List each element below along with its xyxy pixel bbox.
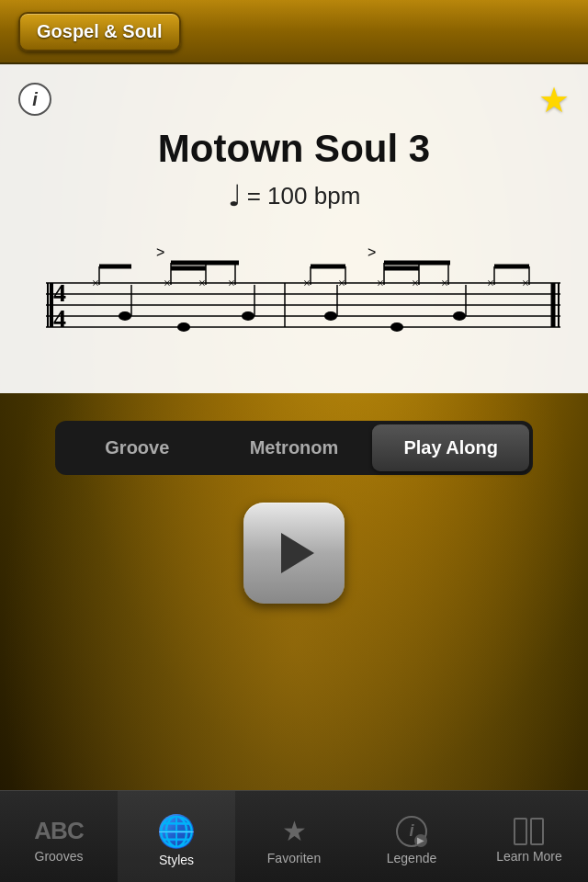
svg-text:×: × — [198, 277, 206, 290]
tab-metronom[interactable]: Metronom — [216, 424, 373, 471]
svg-point-43 — [390, 322, 403, 332]
globe-icon — [159, 814, 194, 849]
svg-text:×: × — [164, 277, 171, 290]
svg-text:×: × — [303, 277, 311, 290]
main-content: i ★ Motown Soul 3 ♩ = 100 bpm 4 4 — [0, 64, 588, 790]
svg-text:×: × — [487, 277, 494, 290]
svg-point-23 — [177, 322, 190, 332]
segment-tabs: Groove Metronom Play Along — [55, 421, 533, 475]
tab-item-legende[interactable]: i ▶ Legende — [353, 791, 470, 882]
svg-text:×: × — [522, 277, 529, 290]
tab-item-grooves[interactable]: ABC Grooves — [0, 791, 118, 882]
svg-text:×: × — [338, 277, 345, 290]
tab-item-learn-more[interactable]: Learn More — [470, 791, 588, 882]
tab-styles-label: Styles — [159, 853, 194, 867]
svg-text:>: > — [368, 244, 376, 260]
svg-point-24 — [242, 311, 254, 321]
svg-text:×: × — [412, 277, 419, 290]
play-icon — [281, 533, 314, 573]
info-row: i ★ — [0, 83, 588, 118]
svg-text:4: 4 — [53, 304, 66, 333]
legende-icon: i ▶ — [396, 816, 427, 847]
note-icon: ♩ — [228, 178, 242, 213]
svg-text:×: × — [228, 277, 235, 290]
music-notation: 4 4 × × > — [18, 228, 570, 356]
book-icon — [514, 818, 545, 845]
info-icon[interactable]: i — [18, 83, 51, 116]
bpm-label: = 100 bpm — [247, 182, 361, 210]
svg-text:4: 4 — [53, 278, 66, 307]
tab-learn-more-label: Learn More — [496, 849, 562, 864]
svg-text:×: × — [377, 277, 384, 290]
svg-text:>: > — [156, 244, 164, 260]
favorite-star-icon[interactable]: ★ — [538, 83, 570, 118]
white-panel: i ★ Motown Soul 3 ♩ = 100 bpm 4 4 — [0, 64, 588, 393]
tab-favoriten-label: Favoriten — [267, 851, 321, 865]
svg-text:×: × — [92, 277, 99, 290]
tab-item-favoriten[interactable]: ★ Favoriten — [235, 791, 353, 882]
svg-point-44 — [453, 311, 466, 321]
tab-bar: ABC Grooves Styles ★ Favoriten i ▶ Legen… — [0, 790, 588, 882]
sheet-music: 4 4 × × > — [18, 228, 570, 356]
tab-item-styles[interactable]: Styles — [118, 791, 235, 882]
star-tab-icon: ★ — [282, 815, 307, 847]
top-bar-title: Gospel & Soul — [18, 12, 181, 51]
tab-grooves-label: Grooves — [35, 849, 84, 864]
abc-icon: ABC — [34, 817, 83, 845]
bpm-row: ♩ = 100 bpm — [228, 178, 361, 213]
song-title: Motown Soul 3 — [158, 127, 430, 171]
svg-text:×: × — [441, 277, 448, 290]
tab-play-along[interactable]: Play Along — [372, 424, 529, 471]
tab-groove[interactable]: Groove — [59, 424, 216, 471]
play-button[interactable] — [243, 503, 345, 604]
top-bar: Gospel & Soul — [0, 0, 588, 64]
svg-point-11 — [119, 311, 131, 321]
tab-legende-label: Legende — [387, 851, 437, 865]
svg-point-32 — [324, 311, 337, 321]
